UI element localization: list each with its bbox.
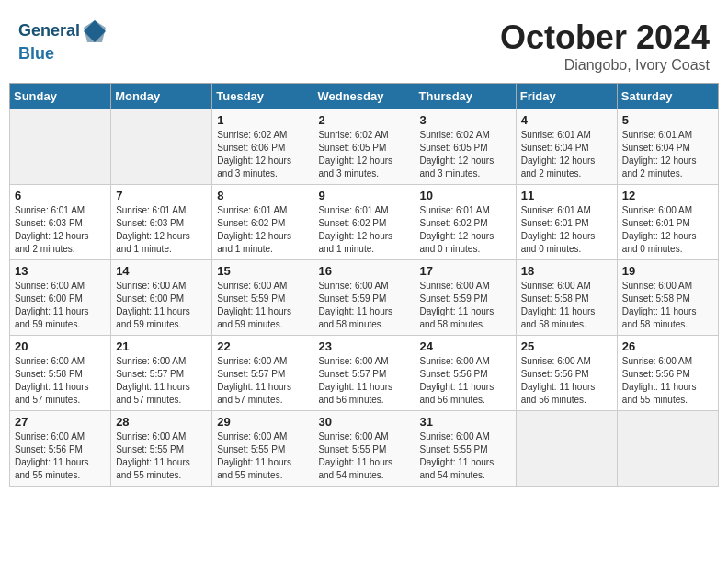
day-detail: Sunrise: 6:01 AM Sunset: 6:02 PM Dayligh…	[318, 204, 409, 256]
day-number: 14	[116, 264, 207, 278]
day-number: 22	[217, 339, 308, 353]
logo-icon	[82, 18, 108, 44]
day-number: 11	[521, 189, 612, 202]
calendar-day-cell: 28Sunrise: 6:00 AM Sunset: 5:55 PM Dayli…	[111, 411, 212, 487]
day-number: 10	[420, 189, 511, 202]
calendar-day-cell	[10, 109, 111, 185]
calendar-week-row: 6Sunrise: 6:01 AM Sunset: 6:03 PM Daylig…	[10, 185, 719, 260]
day-number: 13	[15, 264, 106, 278]
calendar-day-cell: 4Sunrise: 6:01 AM Sunset: 6:04 PM Daylig…	[516, 109, 617, 185]
day-detail: Sunrise: 6:00 AM Sunset: 5:57 PM Dayligh…	[217, 355, 308, 407]
day-detail: Sunrise: 6:00 AM Sunset: 6:01 PM Dayligh…	[622, 204, 713, 256]
day-detail: Sunrise: 6:00 AM Sunset: 5:57 PM Dayligh…	[116, 355, 207, 407]
day-detail: Sunrise: 6:00 AM Sunset: 6:00 PM Dayligh…	[116, 280, 207, 331]
day-detail: Sunrise: 6:02 AM Sunset: 6:06 PM Dayligh…	[217, 129, 308, 180]
day-number: 12	[622, 189, 713, 202]
calendar-day-cell: 25Sunrise: 6:00 AM Sunset: 5:56 PM Dayli…	[516, 336, 617, 411]
day-detail: Sunrise: 6:01 AM Sunset: 6:01 PM Dayligh…	[521, 204, 612, 256]
day-detail: Sunrise: 6:01 AM Sunset: 6:02 PM Dayligh…	[217, 204, 308, 256]
day-number: 7	[116, 189, 207, 202]
day-detail: Sunrise: 6:00 AM Sunset: 5:59 PM Dayligh…	[318, 280, 409, 331]
day-detail: Sunrise: 6:00 AM Sunset: 5:59 PM Dayligh…	[420, 280, 511, 331]
day-number: 18	[521, 264, 612, 278]
day-detail: Sunrise: 6:00 AM Sunset: 5:55 PM Dayligh…	[318, 431, 409, 482]
weekday-header-cell: Wednesday	[313, 84, 415, 109]
day-number: 9	[318, 189, 409, 202]
day-detail: Sunrise: 6:00 AM Sunset: 5:56 PM Dayligh…	[622, 355, 713, 407]
day-detail: Sunrise: 6:00 AM Sunset: 6:00 PM Dayligh…	[15, 280, 106, 331]
day-number: 15	[217, 264, 308, 278]
day-number: 23	[318, 339, 409, 353]
day-number: 28	[116, 415, 207, 429]
calendar-day-cell: 23Sunrise: 6:00 AM Sunset: 5:57 PM Dayli…	[313, 336, 415, 411]
day-number: 2	[318, 113, 409, 127]
calendar-day-cell: 26Sunrise: 6:00 AM Sunset: 5:56 PM Dayli…	[617, 336, 718, 411]
day-number: 19	[622, 264, 713, 278]
day-detail: Sunrise: 6:00 AM Sunset: 5:57 PM Dayligh…	[318, 355, 409, 407]
day-detail: Sunrise: 6:02 AM Sunset: 6:05 PM Dayligh…	[318, 129, 409, 180]
weekday-header-row: SundayMondayTuesdayWednesdayThursdayFrid…	[10, 84, 719, 109]
calendar-day-cell: 2Sunrise: 6:02 AM Sunset: 6:05 PM Daylig…	[313, 109, 415, 185]
day-number: 26	[622, 339, 713, 353]
day-number: 29	[217, 415, 308, 429]
day-number: 20	[15, 339, 106, 353]
calendar-day-cell: 20Sunrise: 6:00 AM Sunset: 5:58 PM Dayli…	[10, 336, 111, 411]
calendar-day-cell	[111, 109, 212, 185]
day-number: 4	[521, 113, 612, 127]
day-detail: Sunrise: 6:00 AM Sunset: 5:58 PM Dayligh…	[521, 280, 612, 331]
day-number: 1	[217, 113, 308, 127]
day-detail: Sunrise: 6:01 AM Sunset: 6:02 PM Dayligh…	[420, 204, 511, 256]
calendar-day-cell: 30Sunrise: 6:00 AM Sunset: 5:55 PM Dayli…	[313, 411, 415, 487]
day-number: 17	[420, 264, 511, 278]
day-number: 27	[15, 415, 106, 429]
location-subtitle: Diangobo, Ivory Coast	[500, 57, 710, 74]
weekday-header-cell: Monday	[111, 84, 212, 109]
day-number: 16	[318, 264, 409, 278]
day-detail: Sunrise: 6:00 AM Sunset: 5:58 PM Dayligh…	[622, 280, 713, 331]
day-detail: Sunrise: 6:01 AM Sunset: 6:03 PM Dayligh…	[15, 204, 106, 256]
calendar-day-cell: 6Sunrise: 6:01 AM Sunset: 6:03 PM Daylig…	[10, 185, 111, 260]
day-detail: Sunrise: 6:00 AM Sunset: 5:55 PM Dayligh…	[217, 431, 308, 482]
calendar-body: 1Sunrise: 6:02 AM Sunset: 6:06 PM Daylig…	[10, 109, 719, 487]
month-year-title: October 2024	[500, 18, 710, 57]
day-detail: Sunrise: 6:00 AM Sunset: 5:56 PM Dayligh…	[420, 355, 511, 407]
day-number: 25	[521, 339, 612, 353]
day-number: 21	[116, 339, 207, 353]
calendar-day-cell: 11Sunrise: 6:01 AM Sunset: 6:01 PM Dayli…	[516, 185, 617, 260]
logo-blue: Blue	[18, 44, 108, 64]
calendar-day-cell: 22Sunrise: 6:00 AM Sunset: 5:57 PM Dayli…	[212, 336, 313, 411]
calendar-day-cell: 17Sunrise: 6:00 AM Sunset: 5:59 PM Dayli…	[415, 260, 516, 336]
day-detail: Sunrise: 6:01 AM Sunset: 6:04 PM Dayligh…	[521, 129, 612, 180]
calendar-day-cell: 24Sunrise: 6:00 AM Sunset: 5:56 PM Dayli…	[415, 336, 516, 411]
calendar-day-cell: 5Sunrise: 6:01 AM Sunset: 6:04 PM Daylig…	[617, 109, 718, 185]
month-title-block: October 2024 Diangobo, Ivory Coast	[500, 18, 710, 74]
weekday-header-cell: Friday	[516, 84, 617, 109]
day-detail: Sunrise: 6:00 AM Sunset: 5:58 PM Dayligh…	[15, 355, 106, 407]
calendar-week-row: 27Sunrise: 6:00 AM Sunset: 5:56 PM Dayli…	[10, 411, 719, 487]
weekday-header-cell: Tuesday	[212, 84, 313, 109]
calendar-week-row: 20Sunrise: 6:00 AM Sunset: 5:58 PM Dayli…	[10, 336, 719, 411]
calendar-day-cell: 15Sunrise: 6:00 AM Sunset: 5:59 PM Dayli…	[212, 260, 313, 336]
calendar-day-cell: 27Sunrise: 6:00 AM Sunset: 5:56 PM Dayli…	[10, 411, 111, 487]
calendar-day-cell: 12Sunrise: 6:00 AM Sunset: 6:01 PM Dayli…	[617, 185, 718, 260]
svg-marker-1	[84, 20, 106, 42]
day-detail: Sunrise: 6:00 AM Sunset: 5:55 PM Dayligh…	[116, 431, 207, 482]
calendar-week-row: 13Sunrise: 6:00 AM Sunset: 6:00 PM Dayli…	[10, 260, 719, 336]
calendar-day-cell	[617, 411, 718, 487]
calendar-day-cell: 14Sunrise: 6:00 AM Sunset: 6:00 PM Dayli…	[111, 260, 212, 336]
calendar-day-cell: 9Sunrise: 6:01 AM Sunset: 6:02 PM Daylig…	[313, 185, 415, 260]
calendar-day-cell: 29Sunrise: 6:00 AM Sunset: 5:55 PM Dayli…	[212, 411, 313, 487]
day-number: 30	[318, 415, 409, 429]
calendar-day-cell: 16Sunrise: 6:00 AM Sunset: 5:59 PM Dayli…	[313, 260, 415, 336]
logo: General Blue	[18, 18, 108, 64]
calendar-day-cell: 13Sunrise: 6:00 AM Sunset: 6:00 PM Dayli…	[10, 260, 111, 336]
calendar-day-cell: 8Sunrise: 6:01 AM Sunset: 6:02 PM Daylig…	[212, 185, 313, 260]
calendar-day-cell: 1Sunrise: 6:02 AM Sunset: 6:06 PM Daylig…	[212, 109, 313, 185]
weekday-header-cell: Saturday	[617, 84, 718, 109]
calendar-day-cell: 19Sunrise: 6:00 AM Sunset: 5:58 PM Dayli…	[617, 260, 718, 336]
day-detail: Sunrise: 6:01 AM Sunset: 6:03 PM Dayligh…	[116, 204, 207, 256]
day-number: 5	[622, 113, 713, 127]
weekday-header-cell: Sunday	[10, 84, 111, 109]
day-number: 24	[420, 339, 511, 353]
calendar-day-cell: 18Sunrise: 6:00 AM Sunset: 5:58 PM Dayli…	[516, 260, 617, 336]
